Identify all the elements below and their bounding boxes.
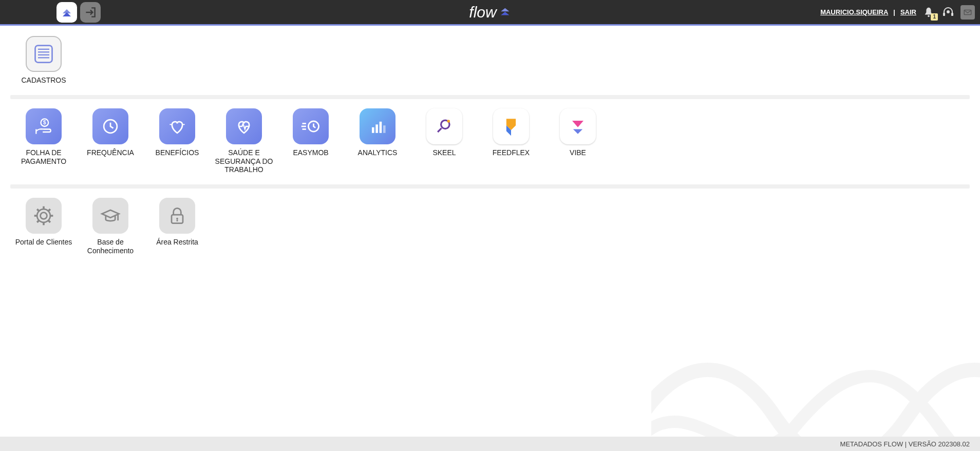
svg-rect-1: [943, 13, 945, 16]
tile-label: FREQUÊNCIA: [87, 148, 134, 157]
section-row3: Portal de Clientes Base de Conhecimento …: [5, 198, 975, 260]
skeel-icon: [426, 108, 462, 144]
header-left-group: [56, 2, 101, 23]
feedflex-icon: [493, 108, 529, 144]
svg-point-0: [928, 15, 930, 17]
tile-label: FOLHA DE PAGAMENTO: [10, 148, 77, 166]
support-button[interactable]: [941, 5, 955, 20]
tile-label: VIBE: [570, 148, 586, 157]
main-content: CADASTROS $ FOLHA DE PAGAMENTO FREQUÊNCI…: [0, 26, 980, 437]
svg-rect-5: [35, 46, 52, 63]
divider: [10, 184, 970, 189]
bars-icon: [360, 108, 395, 144]
notification-badge: 1: [931, 13, 938, 21]
user-link[interactable]: MAURICIO.SIQUEIRA: [820, 8, 888, 16]
footer-text: METADADOS FLOW | VERSÃO 202308.02: [840, 440, 970, 448]
svg-line-31: [48, 209, 50, 211]
home-icon: [61, 6, 73, 18]
svg-rect-20: [383, 125, 386, 133]
decorative-wave: [651, 324, 980, 437]
app-header: flow MAURICIO.SIQUEIRA | SAIR 1: [0, 0, 980, 26]
section-row1: CADASTROS: [5, 36, 975, 90]
tile-cadastros[interactable]: CADASTROS: [10, 36, 77, 85]
gear-icon: [26, 198, 62, 234]
svg-line-32: [37, 220, 39, 222]
heartbeat-icon: [226, 108, 262, 144]
section-row2: $ FOLHA DE PAGAMENTO FREQUÊNCIA BENEFÍCI…: [5, 108, 975, 179]
tile-row-2: $ FOLHA DE PAGAMENTO FREQUÊNCIA BENEFÍCI…: [5, 108, 975, 179]
tile-portal[interactable]: Portal de Clientes: [10, 198, 77, 255]
clock-icon: [92, 108, 128, 144]
gradcap-icon: [92, 198, 128, 234]
tile-row-3: Portal de Clientes Base de Conhecimento …: [5, 198, 975, 260]
svg-point-22: [447, 120, 450, 123]
enter-icon: [84, 6, 97, 19]
tile-feedflex[interactable]: FEEDFLEX: [478, 108, 544, 174]
app-logo: flow: [469, 4, 511, 21]
headset-icon: [942, 6, 954, 18]
app-name-text: flow: [469, 4, 496, 21]
separator: |: [893, 8, 895, 16]
svg-line-30: [48, 220, 50, 222]
divider: [10, 95, 970, 99]
svg-rect-19: [380, 122, 382, 133]
tile-label: Base de Conhecimento: [77, 238, 144, 255]
tile-beneficios[interactable]: BENEFÍCIOS: [144, 108, 211, 174]
svg-rect-18: [375, 124, 378, 133]
svg-rect-2: [951, 13, 953, 16]
tile-label: SKEEL: [432, 148, 456, 157]
svg-point-24: [37, 209, 50, 222]
logout-link[interactable]: SAIR: [900, 8, 916, 16]
tile-label: BENEFÍCIOS: [156, 148, 199, 157]
tile-frequencia[interactable]: FREQUÊNCIA: [77, 108, 144, 174]
svg-point-35: [176, 218, 178, 220]
tile-analytics[interactable]: ANALYTICS: [344, 108, 411, 174]
header-right-group: MAURICIO.SIQUEIRA | SAIR 1: [820, 5, 975, 20]
tile-row-1: CADASTROS: [5, 36, 975, 90]
tile-easymob[interactable]: EASYMOB: [277, 108, 344, 174]
tile-base[interactable]: Base de Conhecimento: [77, 198, 144, 255]
tile-label: SAÚDE E SEGURANÇA DO TRABALHO: [211, 148, 277, 174]
tile-vibe[interactable]: VIBE: [544, 108, 611, 174]
lines-icon: [26, 36, 62, 72]
svg-point-23: [41, 213, 47, 219]
heart-icon: [159, 108, 195, 144]
tile-label: EASYMOB: [293, 148, 328, 157]
svg-text:$: $: [43, 120, 46, 125]
tile-label: CADASTROS: [21, 76, 66, 85]
svg-rect-17: [372, 127, 374, 133]
tile-folha[interactable]: $ FOLHA DE PAGAMENTO: [10, 108, 77, 174]
mail-icon: [963, 8, 972, 17]
tile-skeel[interactable]: SKEEL: [411, 108, 478, 174]
tile-label: Área Restrita: [156, 238, 198, 247]
notifications-button[interactable]: 1: [921, 5, 936, 20]
tile-label: ANALYTICS: [358, 148, 398, 157]
tile-area[interactable]: Área Restrita: [144, 198, 211, 255]
vibe-icon: [560, 108, 596, 144]
money-hand-icon: $: [26, 108, 62, 144]
tile-saude[interactable]: SAÚDE E SEGURANÇA DO TRABALHO: [211, 108, 277, 174]
messages-button[interactable]: [960, 5, 975, 20]
home-button[interactable]: [56, 2, 77, 23]
svg-point-3: [947, 10, 950, 13]
enter-button[interactable]: [80, 2, 101, 23]
lock-icon: [159, 198, 195, 234]
tile-label: FEEDFLEX: [493, 148, 530, 157]
speed-icon: [293, 108, 329, 144]
app-footer: METADADOS FLOW | VERSÃO 202308.02: [0, 437, 980, 451]
tile-label: Portal de Clientes: [15, 238, 72, 247]
logo-icon: [500, 7, 511, 18]
svg-line-29: [37, 209, 39, 211]
